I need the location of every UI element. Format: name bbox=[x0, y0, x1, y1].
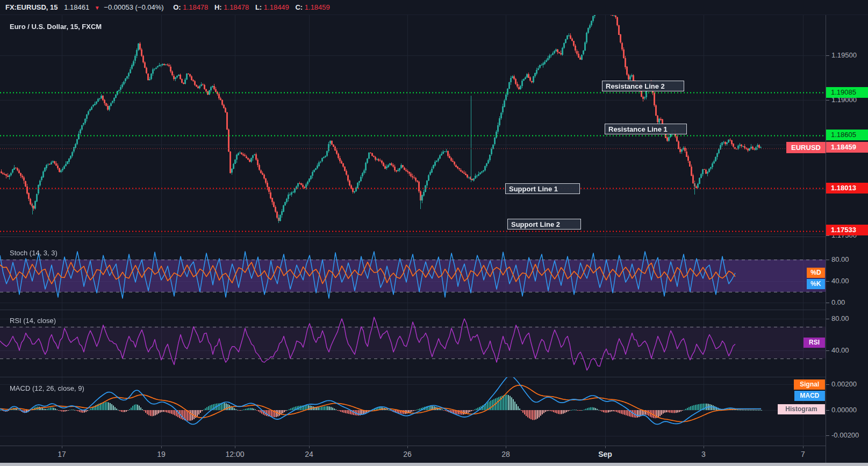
time-axis-tick bbox=[803, 446, 804, 448]
price-axis-tick bbox=[826, 55, 829, 56]
level-label-box[interactable]: Support Line 2 bbox=[507, 219, 581, 230]
open-value: 1.18478 bbox=[183, 3, 208, 11]
time-axis-label: 3 bbox=[701, 450, 706, 458]
price-axis[interactable]: 1.195001.190001.1750080.0040.000.0080.00… bbox=[826, 15, 868, 463]
price-axis-label: 1.19500 bbox=[831, 52, 857, 59]
price-axis-label: 80.00 bbox=[831, 315, 849, 322]
time-axis-tick bbox=[161, 446, 162, 448]
high-label: H: bbox=[214, 3, 222, 11]
time-axis-label: Sep bbox=[598, 450, 612, 458]
last-price-value: 1.18461 bbox=[64, 3, 89, 11]
price-axis-label: 80.00 bbox=[831, 256, 849, 263]
price-axis-badge: 1.18605 bbox=[826, 130, 868, 140]
ohlc-info-bar: FX:EURUSD, 15 1.18461 ▼ −0.00053 (−0.04%… bbox=[0, 0, 868, 15]
time-axis-tick bbox=[62, 446, 62, 448]
last-price-symbol-tag: EURUSD bbox=[786, 142, 826, 153]
legend-badge-rsi: RSI bbox=[804, 338, 825, 348]
time-axis-tick bbox=[407, 446, 408, 448]
price-axis-tick bbox=[826, 384, 829, 385]
window-bottom-strip bbox=[0, 463, 868, 466]
price-axis-tick bbox=[826, 435, 829, 436]
time-axis-tick bbox=[704, 446, 704, 448]
high-value: 1.18478 bbox=[224, 3, 249, 11]
price-axis-badge: 1.18013 bbox=[826, 183, 868, 193]
time-axis-label: 26 bbox=[403, 450, 412, 458]
price-axis-badge: 1.18459 bbox=[826, 142, 868, 153]
time-axis-tick bbox=[605, 446, 606, 448]
low-label: L: bbox=[255, 3, 262, 11]
price-axis-tick bbox=[826, 235, 829, 236]
pane-title-stoch[interactable]: Stoch (14, 3, 3) bbox=[10, 249, 58, 257]
price-axis-badge: 1.17533 bbox=[826, 225, 868, 235]
legend-badge-macd: MACD bbox=[794, 391, 825, 401]
low-value: 1.18449 bbox=[264, 3, 289, 11]
price-axis-badge: 1.19085 bbox=[826, 87, 868, 98]
price-axis-label: 0.00200 bbox=[831, 381, 857, 388]
price-axis-label: 0.00000 bbox=[831, 406, 857, 414]
time-axis-tick bbox=[506, 446, 506, 448]
time-axis-label: 7 bbox=[801, 450, 805, 458]
time-axis-label: 17 bbox=[58, 450, 66, 458]
price-axis-label: 40.00 bbox=[831, 277, 849, 285]
time-axis-label: 28 bbox=[501, 450, 510, 458]
time-axis[interactable]: 171912:00242628Sep37 bbox=[0, 446, 868, 463]
price-axis-tick bbox=[826, 410, 829, 411]
close-value: 1.18459 bbox=[305, 3, 330, 11]
price-axis-tick bbox=[826, 281, 829, 282]
time-axis-tick bbox=[309, 446, 310, 448]
time-axis-label: 19 bbox=[157, 450, 166, 458]
chart-canvas[interactable] bbox=[0, 15, 826, 446]
time-axis-label: 24 bbox=[305, 450, 313, 458]
price-axis-tick bbox=[826, 100, 829, 101]
level-label-box[interactable]: Resistance Line 2 bbox=[602, 81, 684, 91]
price-axis-tick bbox=[826, 319, 829, 319]
legend-badge-histogram: Histogram bbox=[778, 404, 825, 414]
symbol-interval-label[interactable]: FX:EURUSD, 15 bbox=[5, 3, 58, 11]
pane-title-macd[interactable]: MACD (12, 26, close, 9) bbox=[10, 384, 84, 392]
level-label-box[interactable]: Support Line 1 bbox=[505, 183, 580, 194]
close-label: C: bbox=[295, 3, 303, 11]
price-axis-label: -0.00200 bbox=[831, 432, 859, 439]
open-label: O: bbox=[173, 3, 181, 11]
level-label-box[interactable]: Resistance Line 1 bbox=[605, 124, 687, 134]
time-axis-tick bbox=[235, 446, 235, 448]
price-axis-tick bbox=[826, 303, 829, 303]
price-change-value: −0.00053 (−0.04%) bbox=[104, 3, 163, 11]
legend-badge-d: %D bbox=[807, 268, 825, 278]
time-axis-label: 12:00 bbox=[225, 450, 244, 458]
chart-legend-title[interactable]: Euro / U.S. Dollar, 15, FXCM bbox=[10, 23, 102, 31]
pane-title-rsi[interactable]: RSI (14, close) bbox=[10, 317, 56, 325]
tradingview-chart-window: FX:EURUSD, 15 1.18461 ▼ −0.00053 (−0.04%… bbox=[0, 0, 868, 466]
legend-badge-signal: Signal bbox=[794, 379, 825, 390]
price-axis-tick bbox=[826, 350, 829, 351]
price-axis-tick bbox=[826, 260, 829, 260]
price-axis-label: 40.00 bbox=[831, 347, 849, 354]
price-axis-label: 0.00 bbox=[831, 299, 845, 306]
legend-badge-k: %K bbox=[807, 279, 825, 289]
price-down-arrow-icon: ▼ bbox=[95, 5, 100, 11]
